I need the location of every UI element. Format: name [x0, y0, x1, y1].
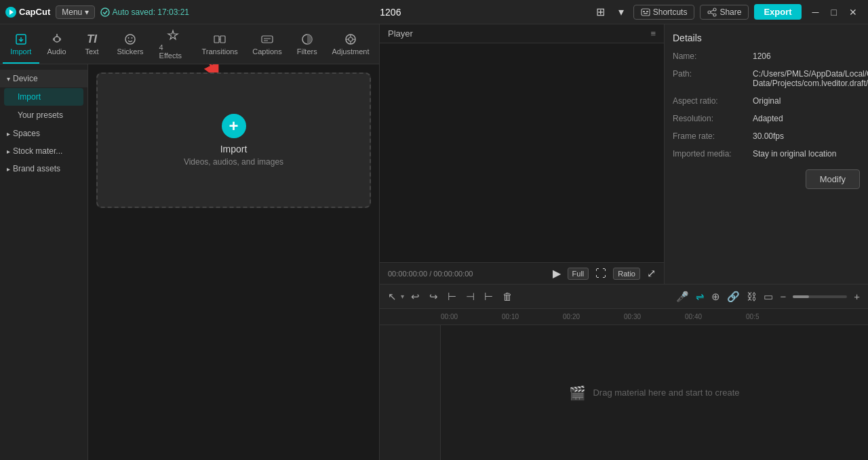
tab-text[interactable]: TI Text — [75, 24, 110, 64]
detail-value-imported-media: Stay in original location — [753, 149, 860, 159]
svg-point-16 — [128, 37, 130, 39]
tab-effects[interactable]: 4 Effects — [151, 24, 195, 64]
svg-point-9 — [713, 14, 716, 16]
timeline-unlink-button[interactable]: ⛓ — [744, 289, 760, 304]
timeline-magnet-button[interactable]: ⊕ — [709, 289, 723, 304]
split-button[interactable]: ⊣ — [463, 289, 477, 304]
minimize-button[interactable]: ─ — [807, 5, 825, 19]
svg-point-15 — [125, 35, 135, 44]
player-ratio-button[interactable]: Ratio — [613, 268, 640, 280]
sidebar-item-import[interactable]: Import — [4, 88, 83, 106]
player-full-button[interactable]: Full — [568, 268, 589, 280]
detail-value-name: 1206 — [753, 51, 860, 61]
player-details-area: Player ≡ 00:00:00:00 / 00:00:00:00 ▶ Ful… — [380, 24, 868, 284]
selector-dropdown-arrow[interactable]: ▾ — [401, 293, 404, 300]
chevron-right-icon2: ▸ — [7, 148, 10, 155]
app-name: CapCut — [19, 7, 50, 17]
modify-button[interactable]: Modify — [806, 169, 860, 189]
export-button[interactable]: Export — [754, 4, 801, 20]
detail-label-imported-media: Imported media: — [673, 149, 747, 159]
right-panel: Player ≡ 00:00:00:00 / 00:00:00:00 ▶ Ful… — [380, 24, 868, 460]
details-title: Details — [673, 33, 860, 43]
player-menu-icon[interactable]: ≡ — [650, 28, 656, 39]
player-controls: 00:00:00:00 / 00:00:00:00 ▶ Full ⛶ Ratio… — [380, 262, 664, 284]
sidebar-section-brand[interactable]: ▸ Brand assets — [0, 160, 87, 177]
split-end-button[interactable]: ⊢ — [481, 289, 496, 304]
ruler-mark-4: 00:40 — [685, 313, 746, 320]
ruler-mark-2: 00:20 — [563, 313, 624, 320]
player-fullscreen-button[interactable]: ⤢ — [647, 267, 656, 280]
left-content: ▾ Device Import Your presets ▸ Spaces ▸ … — [0, 64, 379, 460]
undo-button[interactable]: ↩ — [408, 289, 422, 304]
player-title: Player — [388, 28, 413, 39]
sidebar-section-brand-label: Brand assets — [13, 164, 60, 173]
timeline-empty-state: 🎬 Drag material here and start to create — [441, 325, 868, 460]
timeline-link-button[interactable]: 🔗 — [724, 289, 743, 304]
player-screen-fit-button[interactable]: ⛶ — [595, 268, 606, 280]
svg-line-11 — [711, 13, 713, 14]
zoom-slider[interactable] — [793, 295, 847, 298]
sidebar-section-spaces[interactable]: ▸ Spaces — [0, 125, 87, 142]
tab-audio[interactable]: Audio — [39, 24, 75, 64]
svg-point-2 — [101, 8, 109, 16]
main-layout: Import Audio TI Text Stickers 4 Effects — [0, 24, 868, 460]
redo-button[interactable]: ↪ — [427, 289, 441, 304]
toolbar: Import Audio TI Text Stickers 4 Effects — [0, 24, 379, 64]
split-start-button[interactable]: ⊢ — [445, 289, 459, 304]
player-time-total: 00:00:00:00 — [433, 270, 473, 278]
sidebar-section-device[interactable]: ▾ Device — [0, 70, 87, 87]
sidebar: ▾ Device Import Your presets ▸ Spaces ▸ … — [0, 64, 88, 460]
detail-row-resolution: Resolution: Adapted — [673, 114, 860, 123]
import-subtitle: Videos, audios, and images — [184, 157, 283, 167]
detail-value-aspect: Original — [753, 96, 860, 106]
detail-row-name: Name: 1206 — [673, 51, 860, 61]
import-label: Import — [220, 144, 248, 154]
restore-button[interactable]: □ — [826, 5, 842, 19]
detail-value-resolution: Adapted — [753, 114, 860, 123]
import-dropzone[interactable]: + Import Videos, audios, and images — [96, 72, 371, 208]
sidebar-section-stock[interactable]: ▸ Stock mater... — [0, 142, 87, 160]
film-icon: 🎬 — [569, 385, 586, 401]
delete-button[interactable]: 🗑 — [500, 289, 515, 304]
detail-row-path: Path: C:/Users/PMLS/AppData/Local/CapCut… — [673, 69, 860, 88]
layout-arrow-button[interactable]: ▾ — [614, 4, 628, 20]
player-play-button[interactable]: ▶ — [553, 267, 561, 280]
share-button[interactable]: Share — [700, 5, 749, 20]
tab-stickers-label: Stickers — [117, 47, 143, 56]
menu-button[interactable]: Menu ▾ — [56, 5, 94, 19]
timeline-zoom-out-button[interactable]: − — [777, 289, 789, 304]
timeline-zoom-in-button[interactable]: + — [851, 289, 863, 304]
tab-captions[interactable]: Captions — [245, 24, 289, 64]
timeline-subtitle-button[interactable]: ▭ — [761, 289, 776, 304]
tab-import[interactable]: Import — [3, 24, 39, 64]
tab-stickers[interactable]: Stickers — [110, 24, 151, 64]
sidebar-item-presets[interactable]: Your presets — [4, 106, 83, 124]
tab-transitions-label: Transitions — [201, 47, 237, 56]
import-content-area: + Import Videos, audios, and images — [88, 64, 379, 460]
tab-filters[interactable]: Filters — [290, 24, 325, 64]
timeline-right-tools: 🎤 ⇌ ⊕ 🔗 ⛓ ▭ − + — [673, 289, 863, 304]
mic-button[interactable]: 🎤 — [673, 289, 692, 304]
layout-icon-button[interactable]: ⊞ — [592, 4, 609, 20]
svg-line-10 — [711, 10, 713, 12]
svg-point-7 — [713, 8, 716, 11]
detail-row-framerate: Frame rate: 30.00fps — [673, 131, 860, 141]
svg-rect-5 — [646, 11, 648, 12]
sidebar-section-spaces-label: Spaces — [13, 129, 40, 138]
autosave-indicator: Auto saved: 17:03:21 — [100, 7, 189, 17]
timeline-snap-button[interactable]: ⇌ — [693, 289, 707, 304]
tab-adjustment[interactable]: Adjustment — [325, 24, 376, 64]
app-logo: CapCut — [5, 7, 50, 18]
svg-point-14 — [54, 37, 60, 42]
svg-point-17 — [132, 37, 133, 39]
timeline-track-content[interactable]: 🎬 Drag material here and start to create — [441, 325, 868, 460]
close-button[interactable]: ✕ — [844, 5, 863, 19]
shortcuts-button[interactable]: Shortcuts — [633, 5, 695, 20]
svg-point-8 — [708, 11, 711, 14]
tab-effects-label: 4 Effects — [159, 43, 186, 60]
tab-transitions[interactable]: Transitions — [195, 24, 245, 64]
tab-import-label: Import — [10, 47, 31, 56]
tab-filters-label: Filters — [297, 47, 317, 56]
selector-tool[interactable]: ↖ ▾ — [385, 289, 404, 304]
sidebar-section-device-label: Device — [13, 74, 38, 83]
